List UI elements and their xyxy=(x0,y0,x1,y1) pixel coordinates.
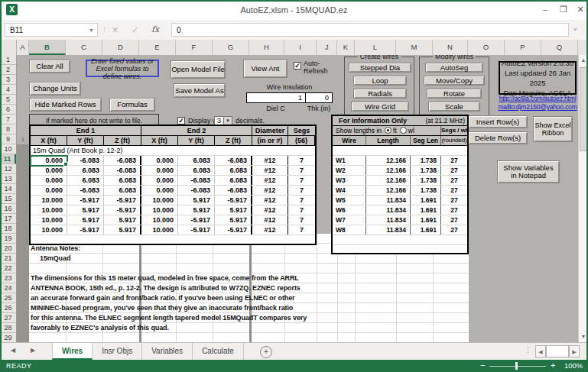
new-sheet-button[interactable]: + xyxy=(260,346,272,358)
wire-cell[interactable]: -5.917 xyxy=(178,225,215,235)
wire-cell[interactable]: -6.083 xyxy=(67,186,104,195)
worksheet-grid[interactable]: ↓ Clear All Enter fixed values or Excel … xyxy=(17,55,578,342)
row-header-7[interactable]: 7 xyxy=(0,115,16,125)
wire-cell[interactable]: 0.000 xyxy=(141,156,178,165)
antenna-notes-label[interactable]: Antenna Notes: xyxy=(31,244,80,254)
wire-cell[interactable]: 5.917 xyxy=(67,205,104,215)
tab-scroll-left-icon[interactable]: ◀ xyxy=(11,347,15,354)
wire-cell[interactable]: -5.917 xyxy=(104,196,141,205)
note-line[interactable]: an accurate forward gain and front/back … xyxy=(31,293,295,303)
select-all-corner[interactable] xyxy=(0,40,17,55)
row-header-5[interactable]: 5 xyxy=(0,95,16,105)
note-line[interactable]: MININEC-based program, you've seen that … xyxy=(31,303,293,313)
column-header-O[interactable]: O xyxy=(468,40,505,55)
wire-cell[interactable]: -6.083 xyxy=(215,186,252,195)
wire-cell[interactable]: 0.000 xyxy=(31,186,67,195)
name-box[interactable]: B11 ▼ xyxy=(5,23,98,37)
formula-input[interactable]: 0 xyxy=(171,23,569,37)
tab-wires[interactable]: Wires xyxy=(52,343,93,360)
tab-variables[interactable]: Variables xyxy=(142,343,193,360)
wire-cell[interactable]: 6.083 xyxy=(215,166,252,175)
wire-cell[interactable]: 7 xyxy=(288,166,315,175)
hscroll-left-icon[interactable]: ◀ xyxy=(535,345,546,357)
wire-cell[interactable]: 7 xyxy=(288,186,315,195)
column-header-C[interactable]: C xyxy=(66,40,102,55)
enter-icon[interactable]: ✓ xyxy=(132,23,138,37)
wire-cell[interactable]: 7 xyxy=(288,225,315,235)
note-line[interactable]: The dimensions for this 15 meter quad, m… xyxy=(31,273,299,283)
wire-cell[interactable]: 6.083 xyxy=(67,166,104,175)
horizontal-scroll-track[interactable] xyxy=(546,345,569,357)
change-units-button[interactable]: Change Units xyxy=(29,82,81,95)
row-header-4[interactable]: 4 xyxy=(0,85,16,95)
row-header-25[interactable]: 25 xyxy=(0,293,16,303)
row-header-3[interactable]: 3 xyxy=(0,75,16,85)
column-header-D[interactable]: D xyxy=(102,40,139,55)
info-cell[interactable]: 1.691 xyxy=(411,225,441,235)
wire-cell[interactable]: #12 xyxy=(252,225,288,235)
wire-cell[interactable]: 5.917 xyxy=(178,196,215,205)
column-header-F[interactable]: F xyxy=(176,40,213,55)
wire-cell[interactable]: 7 xyxy=(288,176,315,185)
row-header-16[interactable]: 16 xyxy=(0,204,16,214)
wire-cell[interactable]: -5.917 xyxy=(104,205,141,215)
column-header-B[interactable]: B xyxy=(29,40,66,55)
info-cell[interactable]: 12.166 xyxy=(366,166,411,175)
scroll-down-icon[interactable]: ▼ xyxy=(579,332,588,342)
note-line[interactable]: for this antenna. The ELNEC segment leng… xyxy=(31,313,307,323)
wire-cell[interactable]: 6.083 xyxy=(104,186,141,195)
info-cell[interactable]: 27 xyxy=(441,196,467,205)
wire-cell[interactable]: -6.083 xyxy=(67,156,104,165)
empty-row[interactable] xyxy=(333,245,467,253)
stepped-dia-button[interactable]: Stepped Dia xyxy=(349,63,411,73)
wire-cell[interactable]: 10.000 xyxy=(31,215,67,225)
info-cell[interactable]: 27 xyxy=(441,176,467,185)
empty-row[interactable] xyxy=(333,235,467,245)
row-header-23[interactable]: 23 xyxy=(0,273,16,283)
info-cell[interactable]: 12.166 xyxy=(366,176,411,185)
antenna-name-cell[interactable]: 15mQuad xyxy=(40,254,70,264)
insert-rows-button[interactable]: Insert Row(s) xyxy=(468,115,528,128)
info-cell[interactable]: W3 xyxy=(333,176,366,185)
row-header-9[interactable]: 9 xyxy=(0,134,16,144)
clear-all-button[interactable]: Clear All xyxy=(29,60,70,73)
row-header-19[interactable]: 19 xyxy=(0,234,16,244)
row-header-12[interactable]: 12 xyxy=(0,164,16,174)
vertical-scrollbar[interactable]: ▲ ▼ xyxy=(578,55,588,342)
zoom-slider-track[interactable] xyxy=(489,366,546,367)
wire-cell[interactable]: 6.083 xyxy=(178,156,215,165)
wire-cell[interactable]: 5.917 xyxy=(215,205,252,215)
column-header-K[interactable]: K xyxy=(337,40,355,55)
wire-cell[interactable]: 10.000 xyxy=(31,196,67,205)
column-header-G[interactable]: G xyxy=(213,40,249,55)
wire-cell[interactable]: 5.917 xyxy=(104,215,141,225)
wire-cell[interactable]: 7 xyxy=(288,215,315,225)
wire-cell[interactable]: 10.000 xyxy=(141,205,178,215)
save-model-as-button[interactable]: Save Model As xyxy=(174,83,226,98)
row-header-24[interactable]: 24 xyxy=(0,283,16,293)
wire-cell[interactable]: 5.917 xyxy=(104,225,141,235)
info-cell[interactable]: 11.834 xyxy=(366,215,411,225)
insert-function-icon[interactable]: fx xyxy=(151,23,159,37)
info-cell[interactable]: 1.691 xyxy=(411,205,441,215)
loop-button[interactable]: Loop xyxy=(353,76,407,86)
wire-cell[interactable]: -6.083 xyxy=(104,156,141,165)
wire-cell[interactable]: -5.917 xyxy=(178,215,215,225)
row-header-2[interactable]: 2 xyxy=(0,65,16,75)
info-cell[interactable]: 27 xyxy=(441,205,467,215)
wire-cell[interactable]: 10.000 xyxy=(31,205,67,215)
zoom-percent[interactable]: 100% xyxy=(564,360,583,372)
row-header-13[interactable]: 13 xyxy=(0,174,16,184)
info-cell[interactable]: 27 xyxy=(441,215,467,225)
note-line[interactable]: favorably to EZNEC's analysis of this qu… xyxy=(31,323,169,333)
info-cell[interactable]: 11.834 xyxy=(366,196,411,205)
scale-button[interactable]: Scale xyxy=(428,102,480,112)
wire-cell[interactable]: 7 xyxy=(288,156,315,165)
row-header-17[interactable]: 17 xyxy=(0,214,16,224)
ft-radio[interactable] xyxy=(385,127,391,134)
info-cell[interactable]: W5 xyxy=(333,196,366,205)
info-cell[interactable]: 27 xyxy=(441,225,467,235)
info-cell[interactable]: 11.834 xyxy=(366,225,411,235)
wire-cell[interactable]: 10.000 xyxy=(141,196,178,205)
tab-calculate[interactable]: Calculate xyxy=(193,343,244,360)
